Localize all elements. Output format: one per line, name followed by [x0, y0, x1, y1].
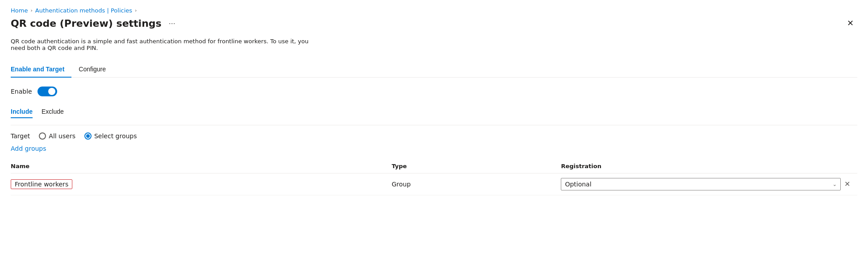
registration-value: Optional: [565, 181, 591, 188]
target-label: Target: [11, 132, 30, 140]
sub-tab-exclude[interactable]: Exclude: [42, 105, 64, 118]
breadcrumb: Home › Authentication methods | Policies…: [11, 7, 857, 14]
enable-label: Enable: [11, 88, 32, 95]
table-header-row: Name Type Registration: [11, 159, 857, 173]
target-all-users-option[interactable]: All users: [39, 132, 75, 140]
col-header-name: Name: [11, 159, 392, 173]
groups-table: Name Type Registration Frontline workers…: [11, 159, 857, 195]
registration-dropdown[interactable]: Optional ⌄: [561, 178, 841, 190]
add-groups-link[interactable]: Add groups: [11, 145, 46, 152]
page-title-area: QR code (Preview) settings ···: [11, 18, 178, 29]
breadcrumb-home[interactable]: Home: [11, 7, 28, 14]
target-all-users-label: All users: [49, 132, 75, 140]
table-cell-registration: Optional ⌄ ✕: [561, 173, 857, 195]
target-select-groups-option[interactable]: Select groups: [84, 132, 137, 140]
target-all-users-radio[interactable]: [39, 132, 46, 140]
breadcrumb-sep2: ›: [135, 8, 137, 13]
ellipsis-button[interactable]: ···: [166, 18, 178, 29]
target-select-groups-radio[interactable]: [84, 132, 92, 140]
page-title: QR code (Preview) settings: [11, 18, 162, 29]
page-header: QR code (Preview) settings ··· ✕: [11, 17, 857, 29]
breadcrumb-sep1: ›: [30, 8, 32, 13]
table-cell-type: Group: [392, 173, 561, 195]
sub-tabs: Include Exclude: [11, 105, 857, 118]
toggle-thumb: [48, 88, 55, 95]
sub-tab-include[interactable]: Include: [11, 105, 33, 118]
main-tabs: Enable and Target Configure: [11, 62, 857, 78]
enable-row: Enable: [11, 87, 857, 96]
frontline-workers-name: Frontline workers: [11, 179, 72, 189]
tab-configure[interactable]: Configure: [79, 62, 113, 77]
target-row: Target All users Select groups: [11, 132, 857, 140]
enable-toggle[interactable]: [38, 87, 57, 96]
col-header-registration: Registration: [561, 159, 857, 173]
breadcrumb-policies[interactable]: Authentication methods | Policies: [35, 7, 132, 14]
page-description: QR code authentication is a simple and f…: [11, 38, 314, 51]
toggle-track: [38, 87, 57, 96]
col-header-type: Type: [392, 159, 561, 173]
tab-enable-and-target[interactable]: Enable and Target: [11, 62, 71, 77]
registration-clear-button[interactable]: ✕: [843, 180, 852, 189]
target-select-groups-label: Select groups: [94, 132, 137, 140]
registration-dropdown-container: Optional ⌄ ✕: [561, 178, 852, 190]
sub-tabs-container: Include Exclude: [11, 105, 857, 125]
close-button[interactable]: ✕: [843, 17, 857, 29]
table-cell-name: Frontline workers: [11, 173, 392, 195]
table-row: Frontline workers Group Optional ⌄ ✕: [11, 173, 857, 195]
chevron-down-icon: ⌄: [833, 182, 837, 187]
